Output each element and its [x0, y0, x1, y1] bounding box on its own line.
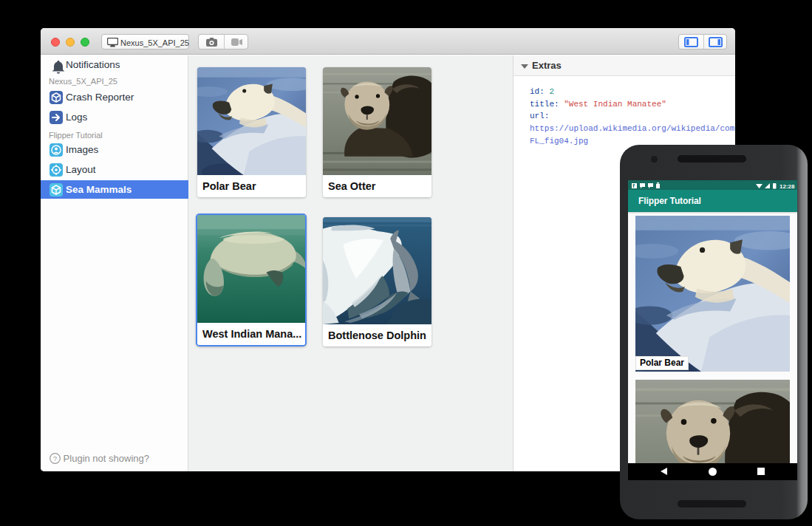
svg-text:12:28: 12:28 — [779, 183, 795, 190]
svg-text:?: ? — [53, 454, 57, 462]
